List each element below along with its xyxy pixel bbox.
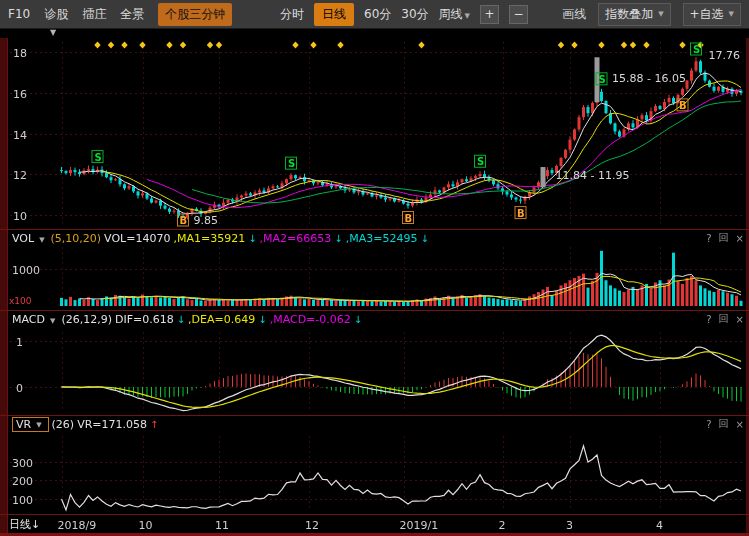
toolbar-left-group: F10 诊股 擂庄 全景 个股三分钟 [8, 0, 232, 28]
vr-panel-header: VR▼ (26) VR=171.058 ↑ [12, 417, 161, 432]
macd-label: MACD [12, 313, 45, 326]
bottom-period-label: 日线 [9, 518, 31, 531]
close-icon[interactable]: × [736, 314, 744, 325]
chevron-down-icon: ▼ [465, 12, 470, 20]
vr-value: VR=171.058 [77, 418, 147, 431]
menu-stock-3min[interactable]: 个股三分钟 [158, 3, 232, 26]
vr-params: (26) [52, 418, 75, 431]
toolbar-right-group: 画线 指数叠加▼ +自选▼ [562, 0, 741, 28]
zoom-out-button[interactable]: − [509, 5, 528, 24]
down-arrow-icon: ↓ [354, 314, 362, 325]
vr-label: VR [16, 418, 31, 431]
chevron-down-icon: ▼ [658, 10, 663, 18]
chart-canvas[interactable] [0, 0, 749, 536]
down-arrow-icon: ↓ [177, 314, 185, 325]
vol-indicator-dropdown[interactable]: VOL▼ [12, 232, 48, 245]
vol-params: (5,10,20) [51, 232, 102, 245]
chevron-down-icon: ▼ [729, 10, 734, 18]
down-arrow-icon: ↓ [258, 314, 266, 325]
help-icon[interactable]: ? [706, 314, 711, 325]
chevron-down-icon: ▼ [39, 236, 44, 244]
chevron-down-icon: ▼ [36, 421, 41, 429]
help-icon[interactable]: ? [706, 233, 711, 244]
expander-arrow[interactable]: ▼ [50, 28, 56, 37]
vol-ma2: ,MA2=66653 [260, 232, 332, 245]
menu-panorama[interactable]: 全景 [120, 6, 144, 23]
macd-dif: DIF=0.618 [115, 313, 174, 326]
help-icon[interactable]: ? [706, 419, 711, 430]
index-overlay-dropdown[interactable]: 指数叠加▼ [598, 3, 670, 26]
up-arrow-icon: ↑ [150, 419, 158, 430]
down-arrow-icon: ↓ [334, 233, 342, 244]
draw-line-button[interactable]: 画线 [562, 6, 586, 23]
macd-indicator-dropdown[interactable]: MACD▼ [12, 313, 58, 326]
down-arrow-icon: ↓ [420, 233, 428, 244]
toolbar: F10 诊股 擂庄 全景 个股三分钟 分时 日线 60分 30分 周线▼ + −… [0, 0, 749, 29]
period-weekly-dropdown[interactable]: 周线▼ [439, 6, 470, 23]
menu-diagnose-stock[interactable]: 诊股 [44, 6, 68, 23]
period-button-group: 分时 日线 60分 30分 周线▼ + − [280, 0, 528, 28]
restore-icon[interactable]: 回 [719, 417, 729, 431]
zoom-in-button[interactable]: + [480, 5, 499, 24]
add-watchlist-dropdown[interactable]: +自选▼ [683, 3, 741, 26]
vr-indicator-dropdown[interactable]: VR▼ [12, 417, 49, 432]
down-arrow-icon: ↓ [248, 233, 256, 244]
macd-params: (26,12,9) [61, 313, 112, 326]
stock-chart-window: { "toolbar": { "left": [ {"label": "F10"… [0, 0, 749, 536]
macd-value: ,MACD=-0.062 [270, 313, 351, 326]
vol-value: VOL=14070 [104, 232, 170, 245]
close-icon[interactable]: × [736, 233, 744, 244]
period-intraday-button[interactable]: 分时 [280, 6, 304, 23]
chevron-down-icon: ▼ [50, 317, 55, 325]
period-60min-button[interactable]: 60分 [364, 6, 391, 23]
menu-f10[interactable]: F10 [8, 7, 30, 21]
bottom-period-indicator[interactable]: 日线↓ [9, 517, 40, 532]
vol-label: VOL [12, 232, 34, 245]
vr-panel-controls: ? 回 × [706, 417, 744, 431]
down-arrow-icon: ↓ [31, 518, 40, 531]
period-daily-button[interactable]: 日线 [314, 3, 354, 26]
close-icon[interactable]: × [736, 419, 744, 430]
macd-dea: ,DEA=0.649 [188, 313, 255, 326]
vol-panel-header: VOL▼ (5,10,20) VOL=14070 ,MA1=35921↓ ,MA… [12, 231, 432, 246]
restore-icon[interactable]: 回 [719, 312, 729, 326]
macd-panel-controls: ? 回 × [706, 312, 744, 326]
macd-panel-header: MACD▼ (26,12,9) DIF=0.618↓ ,DEA=0.649↓ ,… [12, 312, 365, 327]
restore-icon[interactable]: 回 [719, 231, 729, 245]
period-weekly-label: 周线 [439, 7, 463, 21]
vol-ma1: ,MA1=35921 [173, 232, 245, 245]
period-30min-button[interactable]: 30分 [401, 6, 428, 23]
menu-banker-hunt[interactable]: 擂庄 [82, 6, 106, 23]
index-overlay-label: 指数叠加 [605, 6, 653, 23]
vol-ma3: ,MA3=52495 [346, 232, 418, 245]
vol-panel-controls: ? 回 × [706, 231, 744, 245]
add-watchlist-label: +自选 [690, 6, 724, 23]
